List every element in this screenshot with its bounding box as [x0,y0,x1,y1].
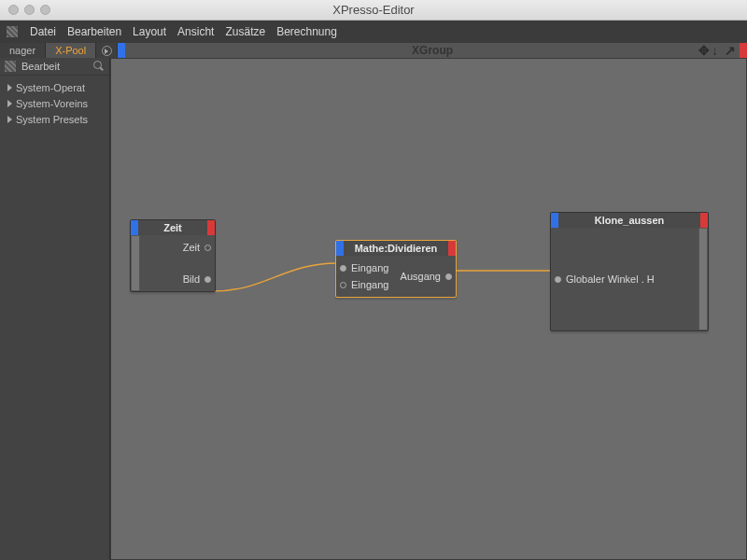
node-output-strip[interactable] [698,228,708,330]
menu-layout[interactable]: Layout [133,25,166,38]
sidebar-item-system-presets[interactable]: System Presets [0,111,109,127]
tabstrip: nager X-Pool XGroup ✥ ↓ ↗ [0,43,747,58]
chevron-right-icon [7,100,12,107]
menu-bearbeiten[interactable]: Bearbeiten [67,25,121,38]
port-label: Globaler Winkel . H [566,273,655,285]
port-label: Zeit [183,242,200,253]
node-output-bar[interactable] [700,213,708,228]
port-eingang-2[interactable]: Eingang [340,276,388,293]
sidebar-item-label: System-Voreins [16,98,88,109]
chevron-right-icon [7,84,12,91]
port-label: Eingang [351,279,388,290]
tab-nav-button[interactable] [96,43,117,58]
node-titlebar[interactable]: Zeit [131,220,215,235]
sidebar-item-label: System Presets [16,114,88,125]
node-input-strip[interactable] [131,235,140,291]
down-arrow-icon[interactable]: ↓ [712,45,723,56]
node-canvas[interactable]: Zeit Zeit Bild Mathe:Dividieren Ein [110,58,747,560]
titlebar: XPresso-Editor [0,0,747,21]
port-icon[interactable] [340,265,346,272]
port-zeit[interactable]: Zeit [183,239,211,256]
sidebar-item-system-voreins[interactable]: System-Voreins [0,95,109,111]
port-eingang-1[interactable]: Eingang [340,259,388,276]
sidebar-item-system-operat[interactable]: System-Operat [0,79,109,95]
app-icon[interactable] [6,26,19,37]
menu-berechnung[interactable]: Berechnung [276,25,337,38]
group-output-bar [740,43,747,58]
sidebar-item-label: System-Operat [16,82,85,93]
port-globaler-winkel[interactable]: Globaler Winkel . H [555,271,655,287]
menu-ansicht[interactable]: Ansicht [177,25,214,38]
menu-datei[interactable]: Datei [30,25,56,38]
port-icon[interactable] [204,276,211,283]
group-header[interactable]: XGroup ✥ ↓ ↗ [117,43,747,58]
menubar: Datei Bearbeiten Layout Ansicht Zusätze … [0,21,747,43]
menu-zusaetze[interactable]: Zusätze [225,25,265,38]
sidebar-tree: System-Operat System-Voreins System Pres… [0,76,109,131]
node-title: Zeit [131,222,215,233]
tab-xpool[interactable]: X-Pool [46,43,96,58]
port-icon[interactable] [555,276,561,283]
node-input-bar[interactable] [551,213,558,228]
port-icon[interactable] [445,273,452,280]
move-icon[interactable]: ✥ [698,45,710,56]
sidebar-header-label: Bearbeit [21,61,93,72]
grip-icon[interactable] [5,61,16,72]
node-input-bar[interactable] [336,241,344,256]
sidebar-header: Bearbeit [0,58,109,76]
node-title: Klone_aussen [551,215,708,226]
sidebar: Bearbeit System-Operat System-Voreins Sy… [0,58,110,560]
node-zeit[interactable]: Zeit Zeit Bild [130,219,216,292]
window-title: XPresso-Editor [0,3,747,17]
node-mathe[interactable]: Mathe:Dividieren Eingang Eingang Ausgang [335,240,457,298]
tab-manager[interactable]: nager [0,43,46,58]
port-label: Eingang [351,262,388,273]
port-bild[interactable]: Bild [183,271,211,287]
node-klone[interactable]: Klone_aussen Globaler Winkel . H [550,212,709,331]
port-ausgang[interactable]: Ausgang [401,268,452,285]
port-icon[interactable] [204,245,211,251]
node-output-bar[interactable] [448,241,456,256]
node-title: Mathe:Dividieren [336,243,456,254]
node-titlebar[interactable]: Klone_aussen [551,213,708,228]
node-input-bar[interactable] [131,220,138,235]
port-label: Ausgang [401,271,441,282]
port-label: Bild [183,273,200,285]
group-title: XGroup [118,44,747,57]
port-icon[interactable] [340,282,346,288]
up-arrow-icon[interactable]: ↗ [725,45,736,56]
node-output-bar[interactable] [207,220,215,235]
node-titlebar[interactable]: Mathe:Dividieren [336,241,456,256]
search-icon[interactable] [93,61,105,72]
chevron-right-icon [7,116,12,123]
group-input-bar [118,43,125,58]
